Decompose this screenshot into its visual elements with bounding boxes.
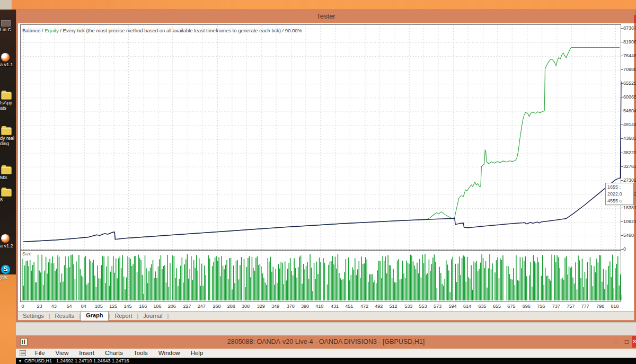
x-axis-tick: 0 <box>21 304 24 309</box>
x-axis-tick: 125 <box>109 304 117 309</box>
menu-charts[interactable]: Charts <box>100 349 128 357</box>
desktop-icon-label: tsApp <box>0 100 16 105</box>
x-axis-tick: 573 <box>434 304 441 309</box>
quote-bar[interactable]: ▼GBPUSD,H11.24692 1.24710 1.24643 1.2471… <box>16 358 636 364</box>
x-axis-tick: 23 <box>37 304 42 309</box>
menu-window[interactable]: Window <box>153 349 186 357</box>
x-axis-tick: 512 <box>390 304 398 309</box>
desktop-icon-label: ype <box>0 274 16 280</box>
tab-settings[interactable]: Settings <box>18 312 49 321</box>
dropdown-icon[interactable]: ▼ <box>18 359 22 363</box>
x-axis-tick: 492 <box>375 304 383 309</box>
menu-view[interactable]: View <box>50 349 74 357</box>
y-axis-tick: 65525 <box>623 81 636 86</box>
menu-file[interactable]: File <box>30 349 50 357</box>
quote-symbol: GBPUSD,H1 <box>24 358 52 363</box>
folder-icon <box>1 127 12 135</box>
y-axis-tick: 10921 <box>623 219 636 224</box>
tab-journal[interactable]: Journal <box>138 312 167 321</box>
y-axis-tick: 0 <box>623 246 626 252</box>
y-axis-tick: 43683 <box>623 136 636 141</box>
x-axis-tick: 84 <box>81 304 86 309</box>
tester-titlebar[interactable]: Tester <box>16 10 636 23</box>
tab-graph[interactable]: Graph <box>81 311 108 321</box>
chart-header: Balance / Equity / Every tick (the most … <box>22 28 302 33</box>
y-axis-tick: 70986 <box>623 67 636 72</box>
desktop-icon-a-v1-2[interactable]: a v1.2 <box>0 234 16 248</box>
desktop-icon-label: a v1.2 <box>0 243 16 248</box>
x-axis-tick: 329 <box>257 304 265 309</box>
x-axis-tick: 349 <box>271 304 279 309</box>
tester-window: Tester Balance / Equity / Every tick (th… <box>16 10 636 322</box>
terminal-title: 2805088: OANDA-v20 Live-4 - OANDA DIVISI… <box>16 335 636 349</box>
background-close-button-sliver[interactable] <box>634 15 636 23</box>
x-axis-tick: 206 <box>168 304 176 309</box>
avast-icon <box>1 53 10 61</box>
x-axis-tick: 186 <box>153 304 161 309</box>
tooltip-line: 1655 : <box>607 184 632 191</box>
x-axis-tick: 635 <box>479 304 487 309</box>
minimize-button[interactable]: – <box>614 338 618 345</box>
x-axis-labels: 0234364841051251451661862062272472682883… <box>20 304 621 310</box>
y-axis-tick: 32763 <box>623 164 636 169</box>
x-axis-tick: 268 <box>213 304 220 309</box>
folder-icon <box>1 92 12 100</box>
equity-label: Equity <box>45 28 58 33</box>
x-axis-tick: 737 <box>552 304 560 309</box>
series-balance <box>23 82 621 242</box>
x-axis-tick: 288 <box>227 304 235 309</box>
x-axis-tick: 472 <box>360 304 368 309</box>
desktop-icon-8[interactable]: 8 <box>0 189 16 202</box>
x-axis-tick: 410 <box>315 304 323 309</box>
x-axis-tick: 105 <box>95 304 103 309</box>
desktop-left-bottom <box>0 274 16 364</box>
screen: t in Ca v1.1tsAppatsdy realdingMS8a v1.2… <box>0 0 636 364</box>
menu-help[interactable]: Help <box>186 349 209 357</box>
x-axis-tick: 145 <box>123 304 131 309</box>
y-axis-tick: 49144 <box>623 122 636 127</box>
desktop-icon-label: MS <box>0 175 16 180</box>
desktop-icon-ype[interactable]: Sype <box>0 265 16 280</box>
balance-equity-chart[interactable] <box>20 24 621 250</box>
y-axis-tick: 76446 <box>623 53 636 58</box>
desktop-icon-label: t in C <box>0 27 16 32</box>
desktop-icon-tsapp[interactable]: tsAppats <box>0 92 16 111</box>
menu-insert[interactable]: Insert <box>74 349 100 357</box>
x-axis-tick: 696 <box>523 304 531 309</box>
terminal-titlebar[interactable]: 2805088: OANDA-v20 Live-4 - OANDA DIVISI… <box>16 335 636 349</box>
desktop-icon-a-v1-1[interactable]: a v1.1 <box>0 53 16 67</box>
maximize-button[interactable]: □ <box>625 338 629 345</box>
desktop-icon-dy-real[interactable]: dy realding <box>0 127 16 146</box>
y-axis-tick: 38223 <box>623 150 636 155</box>
menu-tools[interactable]: Tools <box>128 349 153 357</box>
tab-report[interactable]: Report <box>110 312 137 321</box>
avast-icon <box>1 234 10 243</box>
y-axis-tick: 54604 <box>623 108 636 113</box>
x-axis-tick: 533 <box>404 304 412 309</box>
desktop-icon-label: 8 <box>0 197 16 202</box>
quote-values: 1.24692 1.24710 1.24643 1.24716 <box>56 358 129 363</box>
desktop-icon-ms[interactable]: MS <box>0 166 16 180</box>
y-axis-tick: 5460 <box>623 233 634 238</box>
desktop-icon-label: ats <box>0 105 16 111</box>
window-controls: – □ <box>609 335 629 349</box>
x-axis-tick: 553 <box>419 304 427 309</box>
terminal-window: 2805088: OANDA-v20 Live-4 - OANDA DIVISI… <box>16 335 636 364</box>
histogram-svg <box>21 251 622 301</box>
size-histogram[interactable]: Size <box>20 250 621 302</box>
menu-chart-icon[interactable] <box>20 350 26 356</box>
balance-label: Balance <box>22 28 40 33</box>
x-axis-tick: 247 <box>198 304 206 309</box>
y-axis-tick: 27302 <box>623 177 636 183</box>
x-axis-tick: 594 <box>449 304 457 309</box>
size-label: Size <box>22 251 32 256</box>
x-axis-tick: 675 <box>507 304 515 309</box>
desktop-icon-label: ding <box>0 141 16 146</box>
y-axis-labels: 8736781906764467098665525600655460449144… <box>622 23 634 304</box>
folder-icon <box>1 166 12 174</box>
close-button[interactable]: ✕ <box>632 336 636 348</box>
x-axis-tick: 64 <box>66 304 72 309</box>
tab-results[interactable]: Results <box>50 312 80 321</box>
menu-items: FileViewInsertChartsToolsWindowHelp <box>30 349 208 358</box>
desktop-icon-t-in-c[interactable]: t in C <box>0 20 16 32</box>
